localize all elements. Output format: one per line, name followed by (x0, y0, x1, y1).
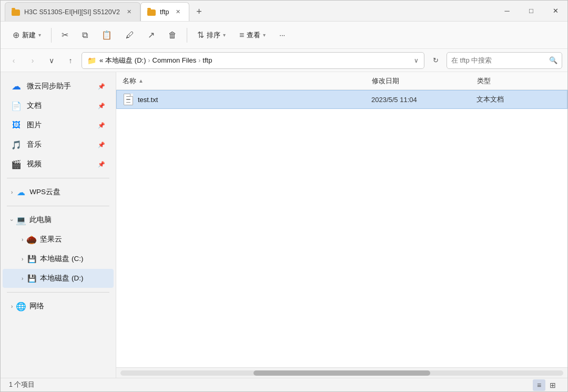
breadcrumb-common[interactable]: Common Files (153, 56, 197, 64)
tab-tftp-close[interactable]: ✕ (173, 7, 182, 17)
file-name-cell: test.txt (123, 93, 371, 106)
sidebar-music-label: 音乐 (27, 140, 42, 149)
window-controls: ─ □ ✕ (495, 1, 567, 21)
tab-h3c-close[interactable]: ✕ (124, 7, 134, 17)
tab-tftp[interactable]: tftp ✕ (140, 2, 189, 21)
address-folder-icon: 📁 (87, 56, 96, 65)
cut-icon: ✂ (62, 30, 68, 40)
address-bar-row: ‹ › ∨ ↑ 📁 « 本地磁盘 (D:) › Common Files › t… (1, 49, 567, 72)
network-chevron-icon: › (11, 304, 13, 309)
txt-line-1 (126, 96, 130, 97)
col-type-header[interactable]: 类型 (477, 76, 561, 86)
sidebar-item-network[interactable]: › 🌐 网络 (3, 297, 114, 316)
address-box[interactable]: 📁 « 本地磁盘 (D:) › Common Files › tftp ∨ (82, 52, 424, 69)
file-type: 文本文档 (476, 95, 561, 104)
view-dropdown-icon: ▾ (263, 32, 266, 38)
share-icon: ↗ (148, 30, 155, 40)
sidebar-wps-label: WPS云盘 (29, 187, 60, 197)
sidebar-item-weiyun[interactable]: ☁ 微云同步助手 📌 (3, 77, 114, 96)
sort-label: 排序 (207, 31, 220, 40)
sidebar-item-music[interactable]: 🎵 音乐 📌 (3, 135, 114, 154)
file-row-test-txt[interactable]: test.txt 2023/5/5 11:04 文本文档 (116, 90, 567, 109)
view-icon: ≡ (239, 31, 244, 40)
wps-chevron-icon: › (11, 189, 13, 195)
sidebar-sep-2 (7, 206, 109, 206)
maximize-button[interactable]: □ (519, 1, 543, 22)
col-type-label: 类型 (477, 77, 491, 85)
file-header: 名称 ▲ 修改日期 类型 (116, 72, 567, 90)
breadcrumb: « 本地磁盘 (D:) › Common Files › tftp (99, 56, 212, 65)
thispc-chevron-icon: › (9, 219, 15, 220)
cut-button[interactable]: ✂ (56, 25, 74, 45)
file-name-text: test.txt (138, 96, 158, 104)
toolbar-separator-2 (187, 28, 187, 43)
new-tab-button[interactable]: + (189, 2, 208, 21)
view-list-icon: ≡ (537, 381, 541, 389)
minimize-icon: ─ (504, 7, 509, 15)
wps-icon: ☁ (16, 187, 26, 197)
nuts-chevron-icon: › (22, 237, 23, 243)
rename-icon: 🖊 (126, 31, 134, 40)
title-bar: H3C S5130S-EI[HI][SI] S5120V2 ✕ tftp ✕ +… (1, 1, 567, 22)
diskc-chevron-icon: › (22, 256, 23, 262)
sort-button[interactable]: ⇅ 排序 ▾ (191, 25, 231, 45)
file-date: 2023/5/5 11:04 (371, 96, 476, 104)
sidebar-images-label: 图片 (27, 120, 42, 130)
sidebar-item-diskd[interactable]: › 💾 本地磁盘 (D:) (3, 269, 114, 288)
minimize-button[interactable]: ─ (495, 1, 519, 22)
new-dropdown-icon: ▾ (38, 32, 41, 38)
col-date-header[interactable]: 修改日期 (372, 76, 477, 86)
more-button[interactable]: ··· (273, 25, 291, 45)
view-list-button[interactable]: ≡ (533, 379, 545, 391)
sidebar-item-docs[interactable]: 📄 文档 📌 (3, 96, 114, 115)
back-button[interactable]: ‹ (6, 53, 22, 68)
forward-button[interactable]: › (25, 53, 40, 68)
file-area: 名称 ▲ 修改日期 类型 (116, 72, 567, 378)
col-name-header[interactable]: 名称 ▲ (123, 76, 372, 86)
sidebar-item-images[interactable]: 🖼 图片 📌 (3, 116, 114, 135)
breadcrumb-tftp[interactable]: tftp (202, 56, 212, 64)
search-icon[interactable]: 🔍 (549, 56, 557, 64)
horizontal-scrollbar[interactable] (120, 370, 563, 376)
sidebar-item-video[interactable]: 🎬 视频 📌 (3, 155, 114, 174)
search-input[interactable] (451, 56, 547, 64)
status-bar: 1 个项目 ≡ ⊞ (1, 378, 567, 391)
txt-line-3 (126, 102, 130, 103)
breadcrumb-sep1: › (148, 57, 150, 64)
view-button[interactable]: ≡ 查看 ▾ (234, 25, 271, 45)
sidebar-item-thispc[interactable]: › 💻 此电脑 (3, 210, 114, 229)
diskc-icon: 💾 (26, 254, 37, 264)
diskd-chevron-icon: › (22, 276, 23, 282)
rename-button[interactable]: 🖊 (120, 25, 140, 45)
sidebar-music-pin: 📌 (98, 142, 105, 148)
col-name-sort-icon: ▲ (138, 78, 144, 84)
refresh-button[interactable]: ↻ (428, 53, 443, 68)
file-txt-icon (123, 93, 134, 106)
breadcrumb-disk[interactable]: 本地磁盘 (D:) (105, 56, 146, 65)
view-grid-button[interactable]: ⊞ (546, 379, 559, 391)
sidebar-item-wps[interactable]: › ☁ WPS云盘 (3, 183, 114, 202)
new-button[interactable]: ⊕ 新建 ▾ (7, 25, 47, 45)
close-button[interactable]: ✕ (543, 1, 567, 22)
sidebar-item-diskc[interactable]: › 💾 本地磁盘 (C:) (3, 249, 114, 268)
copy-button[interactable]: ⧉ (76, 25, 94, 45)
address-chevron-icon[interactable]: ∨ (414, 57, 419, 64)
col-name-label: 名称 (123, 76, 136, 86)
up-button[interactable]: ↑ (63, 53, 78, 68)
sort-icon: ⇅ (197, 30, 204, 40)
delete-button[interactable]: 🗑 (163, 25, 182, 45)
breadcrumb-prefix: « (99, 56, 103, 64)
paste-button[interactable]: 📋 (96, 25, 118, 45)
sidebar-thispc-label: 此电脑 (29, 215, 52, 225)
sidebar-item-nuts[interactable]: › 🌰 坚果云 (3, 230, 114, 249)
share-button[interactable]: ↗ (142, 25, 160, 45)
tab-bar: H3C S5130S-EI[HI][SI] S5120V2 ✕ tftp ✕ + (1, 1, 495, 21)
sidebar-sep-3 (7, 292, 109, 293)
new-label: 新建 (22, 31, 36, 40)
tab-h3c[interactable]: H3C S5130S-EI[HI][SI] S5120V2 ✕ (5, 2, 140, 21)
expand-button[interactable]: ∨ (44, 53, 59, 68)
txt-file-icon-shape (124, 94, 133, 105)
breadcrumb-sep2: › (198, 57, 200, 64)
weiyun-icon: ☁ (11, 81, 22, 92)
file-list: test.txt 2023/5/5 11:04 文本文档 (116, 90, 567, 367)
